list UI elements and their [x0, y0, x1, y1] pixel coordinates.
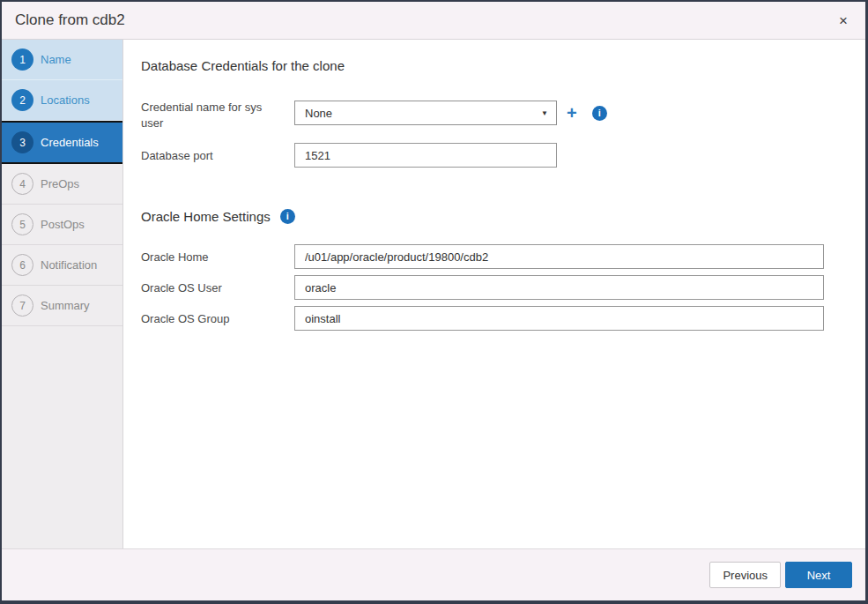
step-preops[interactable]: 4 PreOps: [2, 164, 122, 205]
previous-button[interactable]: Previous: [709, 562, 781, 588]
step-number-badge: 7: [11, 295, 33, 317]
chevron-down-icon: ▼: [541, 109, 548, 117]
step-label: Locations: [41, 93, 90, 107]
credential-name-select[interactable]: None ▼: [294, 101, 557, 125]
step-label: Notification: [41, 258, 97, 272]
credential-name-label: Credential name for sys user: [141, 94, 294, 131]
step-notification[interactable]: 6 Notification: [2, 245, 122, 286]
credential-info-icon[interactable]: i: [592, 106, 607, 121]
wizard-steps-sidebar: 1 Name 2 Locations 3 Credentials 4 PreOp…: [2, 40, 123, 548]
oracle-os-user-input[interactable]: [294, 275, 824, 300]
step-label: PostOps: [41, 218, 85, 231]
credential-name-row: Credential name for sys user None ▼ + i: [141, 94, 848, 131]
database-port-input[interactable]: [294, 143, 557, 168]
next-button[interactable]: Next: [785, 562, 852, 588]
credentials-step-panel: Database Credentials for the clone Crede…: [123, 40, 865, 548]
clone-wizard-dialog: Clone from cdb2 × 1 Name 2 Locations 3 C…: [0, 0, 868, 604]
oracle-home-label: Oracle Home: [141, 244, 294, 269]
wizard-footer: Previous Next: [2, 548, 865, 600]
close-icon[interactable]: ×: [835, 11, 851, 30]
oracle-os-group-row: Oracle OS Group: [141, 306, 848, 331]
step-label: PreOps: [41, 177, 79, 190]
step-label: Name: [41, 53, 71, 66]
oracle-os-group-input[interactable]: [294, 306, 824, 331]
step-postops[interactable]: 5 PostOps: [2, 205, 122, 245]
step-name[interactable]: 1 Name: [2, 40, 122, 80]
step-label: Credentials: [41, 136, 99, 149]
oracle-home-row: Oracle Home: [141, 244, 848, 269]
database-port-row: Database port: [141, 143, 848, 168]
selected-credential: None: [305, 107, 332, 120]
oracle-os-user-row: Oracle OS User: [141, 275, 848, 300]
step-number-badge: 6: [11, 254, 33, 276]
step-number-badge: 4: [11, 173, 33, 195]
oracle-home-heading-text: Oracle Home Settings: [141, 209, 271, 224]
step-number-badge: 1: [11, 48, 33, 71]
titlebar: Clone from cdb2 ×: [2, 2, 865, 40]
step-credentials[interactable]: 3 Credentials: [2, 121, 122, 164]
oracle-os-user-label: Oracle OS User: [141, 275, 294, 300]
oracle-home-section-heading: Oracle Home Settings i: [141, 209, 848, 224]
add-credential-icon[interactable]: +: [567, 104, 577, 122]
database-port-label: Database port: [141, 143, 294, 168]
step-label: Summary: [41, 299, 90, 312]
step-locations[interactable]: 2 Locations: [2, 80, 122, 121]
step-number-badge: 3: [11, 131, 33, 153]
oracle-home-info-icon[interactable]: i: [280, 209, 295, 224]
oracle-os-group-label: Oracle OS Group: [141, 306, 294, 331]
step-summary[interactable]: 7 Summary: [2, 286, 122, 326]
oracle-home-input[interactable]: [294, 244, 824, 269]
dialog-title: Clone from cdb2: [15, 11, 125, 29]
step-number-badge: 2: [11, 89, 33, 111]
step-number-badge: 5: [11, 213, 33, 235]
credentials-section-heading: Database Credentials for the clone: [141, 58, 848, 73]
